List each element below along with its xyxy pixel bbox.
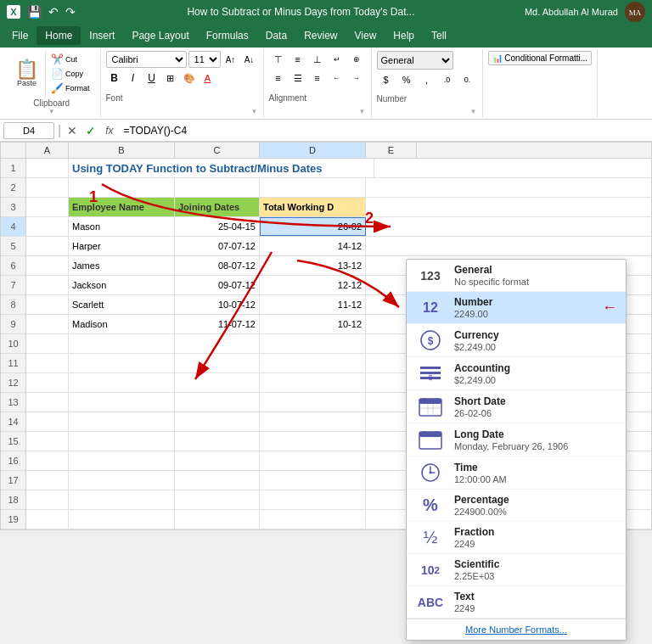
cut-button[interactable]: ✂️ Cut (49, 53, 92, 66)
number-expand-icon[interactable]: ▼ (470, 108, 477, 115)
conditional-formatting-button[interactable]: 📊 Conditional Formatti... (488, 51, 593, 65)
align-center-button[interactable]: ☰ (289, 70, 307, 87)
menu-help[interactable]: Help (385, 26, 423, 45)
decrease-font-button[interactable]: A↓ (241, 51, 258, 68)
nf-item-scientific[interactable]: 102 Scientific 2.25E+03 (407, 554, 626, 586)
fill-color-button[interactable]: 🎨 (181, 70, 198, 87)
cell-d5[interactable]: 14-12 (260, 237, 366, 255)
menu-insert[interactable]: Insert (81, 26, 123, 45)
currency-style-button[interactable]: $ (377, 71, 396, 88)
nf-item-general[interactable]: 123 General No specific format (407, 260, 626, 292)
nf-item-accounting[interactable]: $ Accounting $2,249.00 (407, 357, 626, 390)
menu-view[interactable]: View (346, 26, 385, 45)
cell-c5[interactable]: 07-07-12 (175, 237, 260, 255)
cell-a2[interactable] (26, 178, 69, 197)
merge-button[interactable]: ⊕ (347, 51, 366, 68)
comma-style-button[interactable]: , (418, 71, 436, 88)
cell-d3[interactable]: Total Working D (260, 198, 366, 216)
formula-input[interactable] (121, 122, 649, 139)
cell-a10[interactable] (26, 334, 69, 353)
nf-item-currency[interactable]: $ Currency $2,249.00 (407, 324, 626, 357)
cell-b7[interactable]: Jackson (69, 276, 175, 294)
cell-d4[interactable]: 26-02 (260, 217, 366, 236)
redo-button[interactable]: ↷ (64, 3, 77, 20)
cell-d8[interactable]: 11-12 (260, 295, 366, 314)
percent-style-button[interactable]: % (397, 71, 416, 88)
cell-b2[interactable] (69, 178, 175, 197)
cell-b8[interactable]: Scarlett (69, 295, 175, 314)
cell-b6[interactable]: James (69, 256, 175, 275)
cell-b10[interactable] (69, 334, 175, 353)
align-bottom-button[interactable]: ⊥ (308, 51, 327, 68)
align-right-button[interactable]: ≡ (308, 70, 327, 87)
font-expand-icon[interactable]: ▼ (251, 108, 258, 115)
cell-d2[interactable] (260, 178, 366, 197)
align-middle-button[interactable]: ≡ (289, 51, 307, 68)
menu-file[interactable]: File (3, 26, 37, 45)
nf-item-short-date[interactable]: Short Date 26-02-06 (407, 390, 626, 423)
menu-formulas[interactable]: Formulas (198, 26, 257, 45)
cell-a3[interactable] (26, 198, 69, 216)
cell-d10[interactable] (260, 334, 366, 353)
nf-item-text[interactable]: ABC Text 2249 (407, 586, 626, 619)
cell-a6[interactable] (26, 256, 69, 275)
decrease-decimal-button[interactable]: 0. (458, 71, 477, 88)
copy-button[interactable]: 📄 Copy (49, 67, 92, 81)
nf-item-number[interactable]: 12 Number 2249.00 ← (407, 292, 626, 324)
confirm-formula-button[interactable]: ✓ (83, 124, 98, 137)
menu-review[interactable]: Review (295, 26, 346, 45)
clipboard-expand-icon[interactable]: ▼ (48, 108, 55, 115)
increase-decimal-button[interactable]: .0 (438, 71, 457, 88)
cell-a5[interactable] (26, 237, 69, 255)
underline-button[interactable]: U (143, 70, 160, 87)
font-size-select[interactable]: 11 (188, 51, 221, 68)
menu-data[interactable]: Data (257, 26, 295, 45)
nf-item-percentage[interactable]: % Percentage 224900.00% (407, 490, 626, 522)
cell-b1[interactable]: Using TODAY Function to Subtract/Minus D… (69, 159, 374, 177)
wrap-text-button[interactable]: ↵ (328, 51, 346, 68)
cell-reference-input[interactable] (3, 122, 54, 139)
cell-a1[interactable] (26, 159, 69, 177)
bold-button[interactable]: B (106, 70, 123, 87)
menu-page-layout[interactable]: Page Layout (123, 26, 197, 45)
indent-increase-button[interactable]: → (347, 70, 366, 87)
nf-item-long-date[interactable]: Long Date Monday, February 26, 1906 (407, 423, 626, 456)
cell-b9[interactable]: Madison (69, 315, 175, 333)
cell-d9[interactable]: 10-12 (260, 315, 366, 333)
cell-b4[interactable]: Mason (69, 217, 175, 236)
alignment-expand-icon[interactable]: ▼ (359, 108, 366, 115)
border-button[interactable]: ⊞ (162, 70, 179, 87)
menu-home[interactable]: Home (37, 26, 81, 45)
menu-tell[interactable]: Tell (423, 26, 455, 45)
number-format-select[interactable]: General (377, 51, 453, 70)
cell-c8[interactable]: 10-07-12 (175, 295, 260, 314)
font-color-button[interactable]: A (200, 70, 216, 87)
more-number-formats-link[interactable]: More Number Formats... (407, 619, 626, 640)
cell-a9[interactable] (26, 315, 69, 333)
cell-a8[interactable] (26, 295, 69, 314)
cell-c10[interactable] (175, 334, 260, 353)
save-button[interactable]: 💾 (25, 3, 43, 20)
font-name-select[interactable]: Calibri (106, 51, 187, 68)
paste-button[interactable]: 📋 Paste (8, 51, 46, 97)
align-left-button[interactable]: ≡ (269, 70, 288, 87)
align-top-button[interactable]: ⊤ (269, 51, 288, 68)
cell-d7[interactable]: 12-12 (260, 276, 366, 294)
italic-button[interactable]: I (125, 70, 142, 87)
nf-item-fraction[interactable]: ½ Fraction 2249 (407, 522, 626, 554)
cell-a7[interactable] (26, 276, 69, 294)
cell-c7[interactable]: 09-07-12 (175, 276, 260, 294)
nf-item-time[interactable]: Time 12:00:00 AM (407, 456, 626, 490)
cell-c6[interactable]: 08-07-12 (175, 256, 260, 275)
cell-c4[interactable]: 25-04-15 (175, 217, 260, 236)
indent-decrease-button[interactable]: ← (328, 70, 346, 87)
cell-d6[interactable]: 13-12 (260, 256, 366, 275)
format-painter-button[interactable]: 🖌️ Format (49, 81, 92, 95)
cell-c9[interactable]: 11-07-12 (175, 315, 260, 333)
cancel-formula-button[interactable]: ✕ (65, 124, 80, 137)
cell-c2[interactable] (175, 178, 260, 197)
undo-button[interactable]: ↶ (47, 3, 60, 20)
cell-c3[interactable]: Joining Dates (175, 198, 260, 216)
cell-a4[interactable] (26, 217, 69, 236)
increase-font-button[interactable]: A↑ (222, 51, 239, 68)
